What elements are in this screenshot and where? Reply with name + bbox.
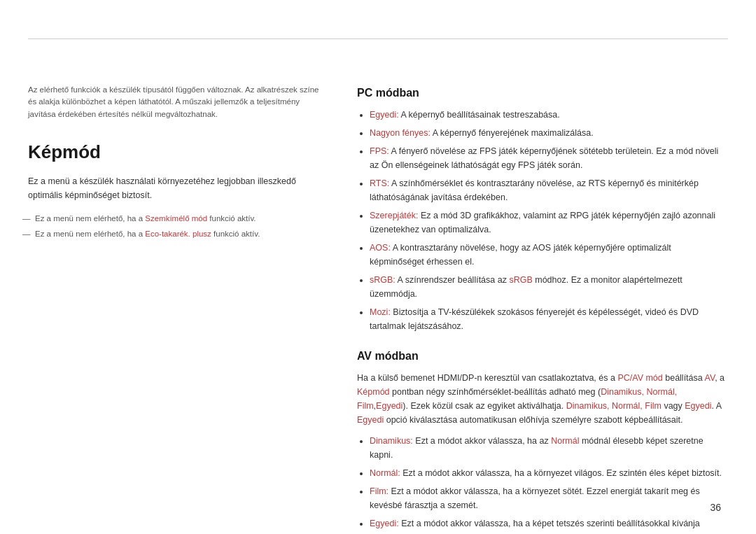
list-item: Dinamikus: Ezt a módot akkor válassza, h… [370, 434, 728, 462]
list-item: Szerepjáték: Ez a mód 3D grafikákhoz, va… [370, 209, 728, 237]
list-item: Film: Ezt a módot akkor válassza, ha a k… [370, 484, 728, 512]
page-title: Képmód [28, 141, 329, 163]
av-intro-text: Ha a külső bemenet HDMI/DP-n keresztül v… [357, 371, 728, 427]
pc-section-title: PC módban [357, 87, 728, 99]
list-item: Nagyon fényes: A képernyő fényerejének m… [370, 126, 728, 140]
header-note: Az elérhető funkciók a készülék típusátó… [28, 84, 329, 120]
list-item: Mozi: Biztosítja a TV-készülékek szokáso… [370, 305, 728, 333]
section-description: Ez a menü a készülék használati környeze… [28, 174, 329, 202]
av-bullet-list: Dinamikus: Ezt a módot akkor válassza, h… [357, 434, 728, 534]
pc-bullet-list: Egyedi: A képernyő beállításainak testre… [357, 108, 728, 333]
list-item: Egyedi: A képernyő beállításainak testre… [370, 108, 728, 122]
list-item: AOS: A kontrasztarány növelése, hogy az … [370, 241, 728, 269]
menu-note-2: Ez a menü nem elérhető, ha a Eco-takarék… [28, 227, 329, 240]
list-item: FPS: A fényerő növelése az FPS játék kép… [370, 144, 728, 172]
menu-note-1: Ez a menü nem elérhető, ha a Szemkímélő … [28, 212, 329, 225]
list-item: sRGB: A színrendszer beállítása az sRGB … [370, 273, 728, 301]
right-panel: PC módban Egyedi: A képernyő beállításai… [357, 84, 728, 534]
top-border [28, 38, 728, 39]
av-section: AV módban Ha a külső bemenet HDMI/DP-n k… [357, 350, 728, 534]
left-panel: Az elérhető funkciók a készülék típusátó… [28, 84, 329, 244]
av-section-title: AV módban [357, 350, 728, 363]
list-item: RTS: A színhőmérséklet és kontrasztarány… [370, 176, 728, 204]
list-item: Egyedi: Ezt a módot akkor válassza, ha a… [370, 517, 728, 534]
page-number: 36 [710, 502, 721, 513]
list-item: Normál: Ezt a módot akkor válassza, ha a… [370, 466, 728, 480]
